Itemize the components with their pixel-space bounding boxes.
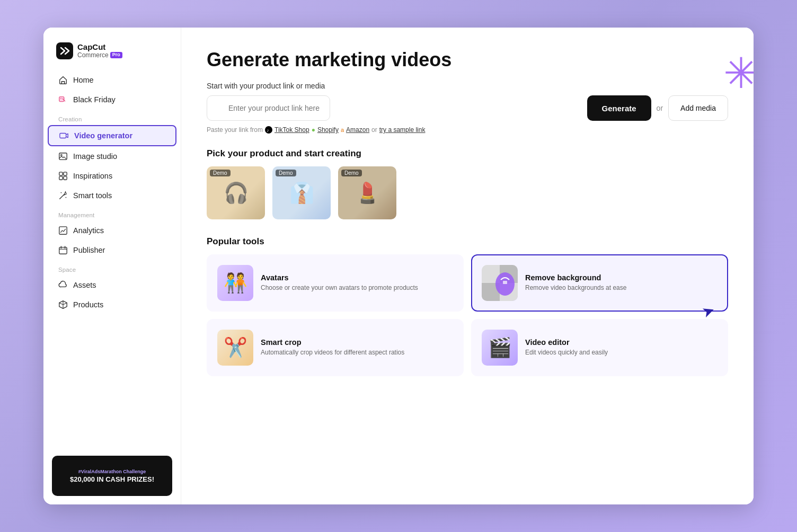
video-icon — [59, 131, 69, 140]
sidebar-item-smart-tools-label: Smart tools — [73, 191, 112, 200]
svg-rect-3 — [60, 134, 66, 138]
avatars-icon: 🧑‍🤝‍🧑 — [224, 272, 247, 294]
svg-rect-7 — [64, 172, 67, 175]
sidebar-item-black-friday[interactable]: Black Friday — [48, 90, 176, 109]
tool-card-smart-crop[interactable]: ✂️ Smart crop Automatically crop videos … — [207, 319, 464, 376]
avatars-img: 🧑‍🤝‍🧑 — [217, 265, 253, 301]
amazon-icon: a — [341, 127, 344, 133]
demo-badge-shirt: Demo — [276, 170, 296, 176]
shirt-icon: 👔 — [289, 181, 314, 205]
generate-button[interactable]: Generate — [587, 95, 651, 121]
home-icon — [58, 75, 68, 85]
product-card-shirt[interactable]: Demo 👔 — [272, 166, 331, 219]
product-card-makeup[interactable]: Demo 💄 — [338, 166, 396, 219]
smart-crop-desc: Automatically crop videos for different … — [261, 348, 453, 357]
grid-icon — [58, 171, 68, 181]
promo-tag: #ViralAdsMarathon Challenge — [78, 469, 146, 474]
remove-bg-visual — [482, 265, 518, 301]
sidebar-nav: Home Black Friday Creation Video gen — [43, 70, 181, 449]
svg-point-11 — [66, 197, 67, 198]
input-row: 🔗 Generate or Add media — [207, 95, 728, 121]
sidebar-item-image-studio[interactable]: Image studio — [48, 147, 176, 166]
try-sample-link[interactable]: try a sample link — [379, 126, 426, 134]
sidebar-item-assets-label: Assets — [73, 281, 96, 289]
section-label-space: Space — [43, 260, 181, 275]
or-label: or — [657, 104, 663, 112]
pick-title: Pick your product and start creating — [207, 148, 728, 159]
remove-bg-desc: Remove video backgrounds at ease — [525, 283, 718, 292]
image-icon — [58, 152, 68, 161]
demo-badge-makeup: Demo — [341, 170, 362, 176]
cloud-icon — [58, 280, 68, 290]
add-media-button[interactable]: Add media — [668, 95, 728, 121]
svg-rect-21 — [503, 281, 507, 284]
remove-bg-img — [482, 265, 518, 301]
video-editor-img: 🎬 — [482, 330, 518, 366]
smart-crop-icon: ✂️ — [224, 336, 247, 359]
demo-badge-headphones: Demo — [210, 170, 231, 176]
sidebar-item-smart-tools[interactable]: Smart tools — [48, 186, 176, 205]
sidebar-item-inspirations[interactable]: Inspirations — [48, 166, 176, 185]
headphones-icon: 🎧 — [224, 181, 249, 205]
sidebar-item-analytics-label: Analytics — [73, 226, 104, 235]
sidebar-item-home-label: Home — [73, 76, 94, 84]
promo-banner[interactable]: #ViralAdsMarathon Challenge $20,000 IN C… — [52, 456, 172, 496]
main-content: ✳ Generate marketing videos Start with y… — [181, 28, 754, 504]
input-wrap: 🔗 — [207, 95, 582, 121]
sidebar-item-inspirations-label: Inspirations — [73, 172, 112, 180]
section-label-creation: Creation — [43, 110, 181, 125]
sidebar-item-assets[interactable]: Assets — [48, 276, 176, 295]
video-editor-desc: Edit videos quickly and easily — [525, 348, 718, 357]
box-icon — [58, 300, 68, 309]
product-card-headphones[interactable]: Demo 🎧 — [207, 166, 265, 219]
paste-hint: Paste your link from ♪ TikTok Shop ● Sho… — [207, 126, 728, 134]
svg-point-10 — [61, 192, 62, 193]
sidebar-item-image-studio-label: Image studio — [73, 152, 117, 161]
sidebar-item-analytics[interactable]: Analytics — [48, 221, 176, 240]
svg-point-5 — [61, 154, 63, 156]
avatars-title: Avatars — [261, 273, 453, 282]
brand-sub: Commerce Pro — [77, 52, 122, 59]
smart-crop-img: ✂️ — [217, 330, 253, 366]
sidebar-item-video-generator[interactable]: Video generator — [48, 125, 176, 146]
svg-rect-12 — [59, 227, 67, 234]
promo-amount: $20,000 IN CASH PRIZES! — [70, 475, 154, 483]
sidebar-item-publisher-label: Publisher — [73, 246, 105, 254]
product-link-input[interactable] — [207, 95, 330, 121]
wand-icon — [58, 191, 68, 200]
tiktok-icon: ♪ — [265, 126, 272, 134]
brand-name: CapCut — [77, 43, 122, 52]
sidebar-item-video-generator-label: Video generator — [74, 131, 132, 140]
product-cards-row: Demo 🎧 Demo 👔 Demo 💄 — [207, 166, 728, 219]
promo-section: #ViralAdsMarathon Challenge $20,000 IN C… — [43, 449, 181, 496]
svg-rect-6 — [59, 172, 63, 175]
pro-badge: Pro — [110, 52, 122, 58]
sidebar-item-home[interactable]: Home — [48, 70, 176, 90]
tool-card-video-editor[interactable]: 🎬 Video editor Edit videos quickly and e… — [471, 319, 728, 376]
logo: CapCut Commerce Pro — [43, 28, 181, 70]
amazon-link[interactable]: Amazon — [346, 126, 369, 134]
tool-card-avatars[interactable]: 🧑‍🤝‍🧑 Avatars Choose or create your own … — [207, 254, 464, 312]
sidebar-item-products[interactable]: Products — [48, 295, 176, 314]
video-editor-title: Video editor — [525, 338, 718, 347]
tools-grid: 🧑‍🤝‍🧑 Avatars Choose or create your own … — [207, 254, 728, 376]
popular-tools-title: Popular tools — [207, 236, 728, 247]
svg-rect-9 — [64, 176, 67, 180]
tag-icon — [58, 95, 68, 104]
makeup-icon: 💄 — [355, 181, 380, 205]
sidebar-item-publisher[interactable]: Publisher — [48, 241, 176, 260]
input-section-label: Start with your product link or media — [207, 82, 728, 90]
smart-crop-title: Smart crop — [261, 338, 453, 347]
page-title: Generate marketing videos — [207, 49, 728, 71]
shopify-link[interactable]: Shopify — [317, 126, 339, 134]
tool-card-remove-bg[interactable]: Remove background Remove video backgroun… — [471, 254, 728, 312]
svg-rect-13 — [59, 247, 67, 254]
svg-text:♪: ♪ — [267, 128, 269, 133]
svg-point-2 — [60, 98, 61, 99]
tiktok-shop-link[interactable]: TikTok Shop — [274, 126, 309, 134]
sidebar-item-products-label: Products — [73, 300, 103, 309]
remove-bg-title: Remove background — [525, 273, 718, 282]
chart-icon — [58, 226, 68, 235]
calendar-icon — [58, 245, 68, 255]
video-editor-icon: 🎬 — [488, 336, 512, 359]
